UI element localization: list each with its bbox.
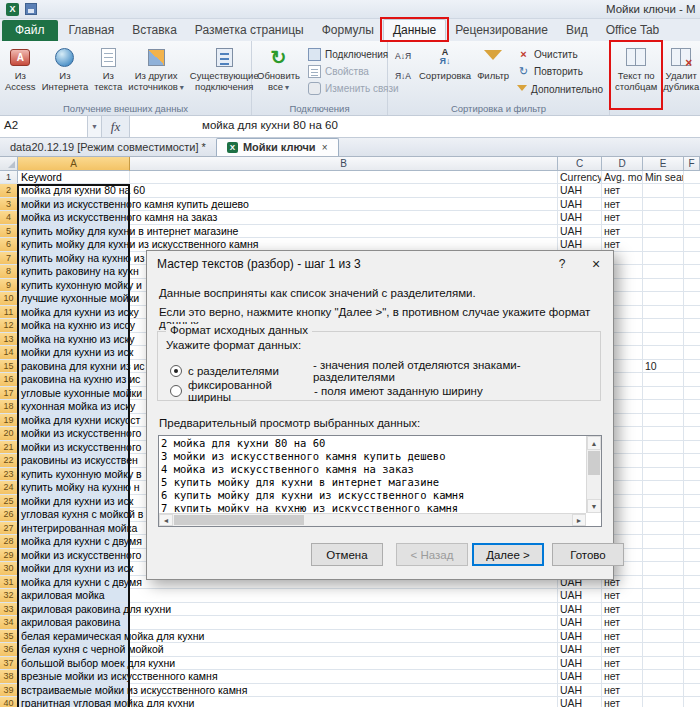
horizontal-scroll-thumb[interactable] [174, 515, 304, 525]
row-header[interactable]: 29 [0, 549, 18, 562]
cell-C[interactable]: UAH [558, 589, 602, 602]
sheet-row[interactable]: 33UAHнетакриловая раковина для кухни [0, 603, 700, 617]
cell-F[interactable] [684, 616, 700, 629]
cell-B[interactable] [130, 643, 558, 656]
cell-F[interactable] [684, 198, 700, 211]
row-header[interactable]: 26 [0, 508, 18, 521]
cell-D[interactable]: нет [602, 225, 643, 238]
cell-F[interactable] [684, 630, 700, 643]
cell-F[interactable] [684, 481, 700, 494]
cell-D[interactable]: нет [602, 630, 643, 643]
cell-C[interactable]: UAH [558, 238, 602, 251]
cell-E[interactable] [643, 495, 684, 508]
column-header-B[interactable]: B [130, 157, 558, 171]
dialog-help-button[interactable]: ? [545, 251, 579, 277]
cell-F[interactable] [684, 535, 700, 548]
cell-E[interactable] [643, 630, 684, 643]
back-button[interactable]: < Назад [396, 543, 468, 566]
sheet-row[interactable]: 40UAHнетгранитная угловая мойка для кухн… [0, 697, 700, 707]
cell-D[interactable]: нет [602, 238, 643, 251]
cell-F[interactable] [684, 414, 700, 427]
cell-E[interactable] [643, 616, 684, 629]
row-header[interactable]: 19 [0, 414, 18, 427]
row-header[interactable]: 18 [0, 400, 18, 413]
cell-E[interactable] [643, 279, 684, 292]
cell-B[interactable] [130, 657, 558, 670]
row-header[interactable]: 1 [0, 171, 18, 184]
name-box[interactable]: A2 [0, 116, 88, 137]
vertical-scroll-thumb[interactable] [588, 451, 600, 475]
cell-E[interactable] [643, 643, 684, 656]
cell-F[interactable] [684, 522, 700, 535]
tab-page-layout[interactable]: Разметка страницы [186, 20, 313, 41]
cell-F[interactable] [684, 697, 700, 707]
doc-tab-moiki-klyuchi[interactable]: X Мойки ключи × [216, 138, 340, 156]
cell-E[interactable] [643, 184, 684, 197]
cell-E[interactable] [643, 225, 684, 238]
dialog-close-button[interactable]: × [579, 251, 613, 277]
sheet-row[interactable]: 2UAHнетмойка для кухни 80 на 60 [0, 184, 700, 198]
cell-B[interactable] [130, 603, 558, 616]
cell-F[interactable] [684, 576, 700, 589]
cell-F[interactable] [684, 252, 700, 265]
cell-F[interactable] [684, 495, 700, 508]
cell-C[interactable]: UAH [558, 670, 602, 683]
refresh-all-button[interactable]: Обновить все [254, 42, 303, 102]
sheet-row[interactable]: 37UAHнетбольшой выбор моек для кухни [0, 657, 700, 671]
cell-C[interactable]: UAH [558, 211, 602, 224]
cell-C[interactable]: Currency [558, 171, 602, 184]
from-access-button[interactable]: Из Access [2, 42, 39, 102]
filter-button[interactable]: Фильтр [474, 42, 512, 102]
cell-F[interactable] [684, 265, 700, 278]
cell-E[interactable] [643, 508, 684, 521]
row-header[interactable]: 7 [0, 252, 18, 265]
cell-D[interactable]: нет [602, 684, 643, 697]
cell-F[interactable] [684, 319, 700, 332]
cell-E[interactable] [643, 198, 684, 211]
sheet-row[interactable]: 32UAHнетакриловая мойка [0, 589, 700, 603]
row-header[interactable]: 11 [0, 306, 18, 319]
tab-file[interactable]: Файл [2, 20, 58, 41]
cell-E[interactable] [643, 427, 684, 440]
cell-F[interactable] [684, 292, 700, 305]
sort-ascending-button[interactable]: А↓Я [391, 48, 415, 65]
scroll-down-icon[interactable]: ▼ [587, 499, 601, 513]
cell-E[interactable] [643, 346, 684, 359]
cell-E[interactable] [643, 238, 684, 251]
tab-formulas[interactable]: Формулы [313, 20, 383, 41]
cell-F[interactable] [684, 400, 700, 413]
column-header-D[interactable]: D [602, 157, 643, 171]
row-header[interactable]: 16 [0, 373, 18, 386]
cell-D[interactable]: нет [602, 643, 643, 656]
cell-E[interactable] [643, 603, 684, 616]
row-header[interactable]: 5 [0, 225, 18, 238]
row-header[interactable]: 37 [0, 657, 18, 670]
dialog-title-bar[interactable]: Мастер текстов (разбор) - шаг 1 из 3 ? × [147, 251, 613, 277]
row-header[interactable]: 24 [0, 481, 18, 494]
cell-E[interactable] [643, 252, 684, 265]
cell-C[interactable]: UAH [558, 697, 602, 707]
tab-insert[interactable]: Вставка [123, 20, 186, 41]
tab-data[interactable]: Данные [383, 19, 446, 41]
row-header[interactable]: 38 [0, 670, 18, 683]
cell-E[interactable] [643, 306, 684, 319]
row-header[interactable]: 17 [0, 387, 18, 400]
cell-C[interactable]: UAH [558, 225, 602, 238]
row-header[interactable]: 14 [0, 346, 18, 359]
radio-fixed-width-label[interactable]: фиксированной ширины [182, 379, 314, 403]
row-header[interactable]: 33 [0, 603, 18, 616]
sheet-row[interactable]: 35UAHнетбелая керамическая мойка для кух… [0, 630, 700, 644]
cell-B[interactable] [130, 616, 558, 629]
cell-F[interactable] [684, 468, 700, 481]
cell-B[interactable] [130, 171, 558, 184]
select-all-corner[interactable] [0, 157, 18, 171]
cell-E[interactable] [643, 441, 684, 454]
cell-F[interactable] [684, 427, 700, 440]
cell-F[interactable] [684, 279, 700, 292]
cell-D[interactable]: нет [602, 184, 643, 197]
row-header[interactable]: 8 [0, 265, 18, 278]
cell-F[interactable] [684, 373, 700, 386]
sheet-row[interactable]: 39UAHнетвстраиваемые мойки из искусствен… [0, 684, 700, 698]
cell-F[interactable] [684, 657, 700, 670]
row-header[interactable]: 36 [0, 643, 18, 656]
